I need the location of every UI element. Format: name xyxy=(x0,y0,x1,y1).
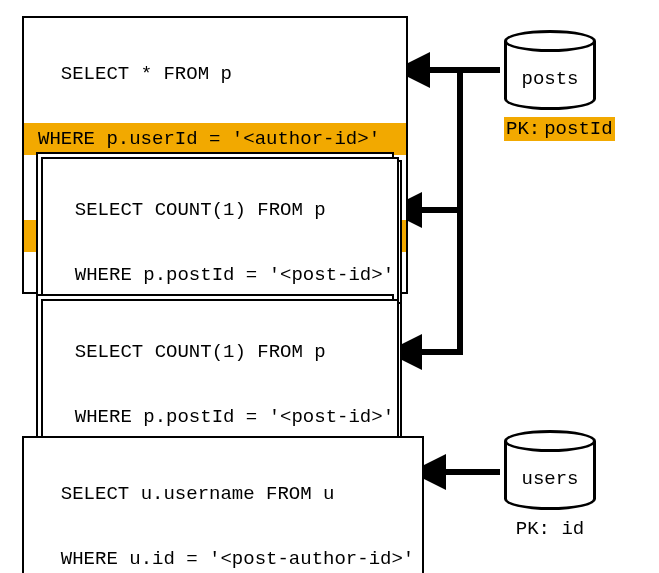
database-label: users xyxy=(504,468,596,490)
sql-line: WHERE p.postId = '<post-id>' xyxy=(75,406,394,428)
sql-line: SELECT COUNT(1) FROM p xyxy=(75,341,326,363)
cylinder-icon: users xyxy=(504,430,596,510)
database-posts: posts PK:postId xyxy=(504,30,596,140)
sql-line: SELECT COUNT(1) FROM p xyxy=(75,199,326,221)
pk-prefix: PK: xyxy=(516,518,550,540)
query-box-users: SELECT u.username FROM u WHERE u.id = '<… xyxy=(22,436,424,573)
sql-line-highlight: WHERE p.userId = '<author-id>' xyxy=(24,123,406,155)
sql-line: SELECT * FROM p xyxy=(61,63,232,85)
sql-line: WHERE p.postId = '<post-id>' xyxy=(75,264,394,286)
database-label: posts xyxy=(504,68,596,90)
sql-line: WHERE u.id = '<post-author-id>' xyxy=(61,548,414,570)
pk-prefix: PK: xyxy=(504,117,542,141)
database-users: users PK: id xyxy=(504,430,596,540)
partition-key: PK:postId xyxy=(504,118,596,140)
partition-key: PK: id xyxy=(504,518,596,540)
sql-line: SELECT u.username FROM u xyxy=(61,483,335,505)
pk-value: postId xyxy=(542,117,614,141)
cylinder-icon: posts xyxy=(504,30,596,110)
pk-value: id xyxy=(561,518,584,540)
